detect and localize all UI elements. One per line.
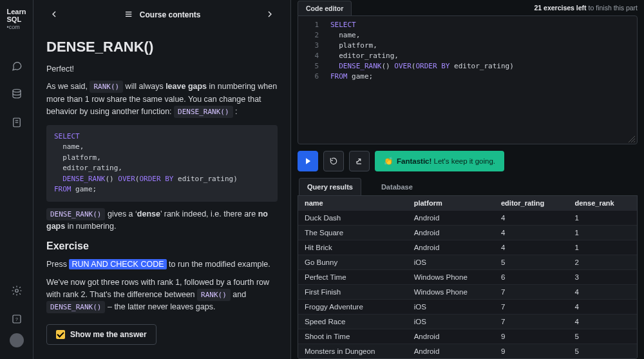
code-line[interactable]: platform,: [330, 41, 632, 51]
rank-chip-2: RANK(): [197, 289, 231, 301]
table-cell: The Square: [298, 226, 408, 240]
database-icon[interactable]: [8, 85, 26, 103]
column-header[interactable]: name: [298, 196, 408, 211]
dense-rank-chip: DENSE_RANK(): [174, 106, 232, 118]
dense-rank-chip-3: DENSE_RANK(): [46, 301, 105, 313]
run-button[interactable]: [298, 151, 318, 171]
svg-marker-13: [306, 158, 310, 164]
table-row[interactable]: First FinishWindows Phone74: [298, 285, 637, 300]
prev-lesson-button[interactable]: [45, 5, 63, 23]
code-line[interactable]: DENSE_RANK() OVER(ORDER BY editor_rating…: [330, 61, 632, 72]
line-number: 5: [298, 61, 325, 72]
table-row[interactable]: Duck DashAndroid41: [298, 211, 637, 226]
table-row[interactable]: Perfect TimeWindows Phone63: [298, 270, 637, 285]
column-header[interactable]: editor_rating: [495, 196, 568, 211]
table-row[interactable]: Speed RaceiOS74: [298, 315, 637, 329]
brand-l3: •com: [7, 23, 26, 31]
toast-bold: Fantastic!: [397, 157, 431, 165]
table-row[interactable]: Hit BrickAndroid41: [298, 240, 637, 255]
exercise-heading: Exercise: [46, 240, 278, 252]
settings-icon[interactable]: [8, 282, 26, 300]
table-cell: 7: [495, 315, 568, 329]
column-header[interactable]: platform: [408, 196, 495, 211]
table-row[interactable]: Go BunnyiOS52: [298, 255, 637, 270]
toast-rest: Let's keep it going.: [431, 157, 495, 165]
show-answer-label: Show me the answer: [70, 330, 147, 339]
table-row[interactable]: Froggy AdventureiOS74: [298, 300, 637, 315]
table-cell: Android: [408, 226, 495, 240]
clap-icon: 👏: [384, 157, 393, 166]
svg-point-4: [15, 289, 18, 293]
table-cell: 9: [495, 329, 568, 344]
reset-button[interactable]: [323, 151, 344, 171]
table-row[interactable]: Monsters in DungeonAndroid95: [298, 344, 637, 359]
notes-icon[interactable]: [8, 113, 26, 131]
line-number: 1: [298, 20, 325, 30]
table-cell: 4: [495, 240, 568, 255]
line-number: 4: [298, 51, 325, 61]
progress-label: 21 exercises left to finish this part: [534, 4, 638, 12]
lesson-title: DENSE_RANK(): [46, 39, 278, 55]
line-number: 2: [298, 30, 325, 41]
share-button[interactable]: [349, 151, 370, 171]
check-icon: [56, 330, 65, 339]
table-cell: 4: [568, 315, 637, 329]
resize-handle-icon[interactable]: [629, 135, 635, 142]
table-cell: iOS: [408, 255, 495, 270]
column-header[interactable]: dense_rank: [568, 196, 637, 211]
table-cell: 1: [568, 226, 637, 240]
code-editor[interactable]: 123456 SELECT name, platform, editor_rat…: [298, 15, 638, 144]
tab-query-results[interactable]: Query results: [299, 178, 361, 195]
table-cell: iOS: [408, 300, 495, 315]
next-lesson-button[interactable]: [261, 5, 279, 23]
table-cell: 4: [568, 300, 637, 315]
course-contents-button[interactable]: Course contents: [123, 9, 200, 19]
lesson-p1: As we said, RANK() will always leave gap…: [46, 81, 278, 118]
run-and-check-hint: RUN AND CHECK CODE: [69, 259, 166, 269]
code-line[interactable]: name,: [330, 30, 632, 41]
results-table-wrap[interactable]: nameplatformeditor_ratingdense_rank Duck…: [298, 196, 638, 359]
brand-l1: Learn: [7, 8, 26, 15]
line-number: 3: [298, 41, 325, 51]
table-cell: 3: [568, 270, 637, 285]
editor-code[interactable]: SELECT name, platform, editor_rating, DE…: [325, 16, 637, 144]
brand-l2: SQL: [7, 15, 22, 23]
table-cell: Go Bunny: [298, 255, 408, 270]
table-cell: Windows Phone: [408, 270, 495, 285]
lesson-p2: DENSE_RANK() gives a ‘dense’ rank indeed…: [46, 208, 278, 233]
editor-gutter: 123456: [298, 16, 325, 144]
code-line[interactable]: FROM game;: [330, 72, 632, 82]
avatar[interactable]: [10, 333, 24, 347]
show-answer-button[interactable]: Show me the answer: [46, 324, 156, 345]
table-row[interactable]: Shoot in TimeAndroid95: [298, 329, 637, 344]
rank-chip: RANK(): [90, 81, 123, 93]
feedback-toast: 👏 Fantastic! Let's keep it going.: [375, 151, 504, 171]
code-line[interactable]: SELECT: [330, 20, 632, 30]
table-cell: Speed Race: [298, 315, 408, 329]
table-row[interactable]: The SquareAndroid41: [298, 226, 637, 240]
svg-point-0: [13, 90, 21, 93]
table-cell: Android: [408, 240, 495, 255]
table-cell: 4: [495, 226, 568, 240]
chat-icon[interactable]: [8, 57, 26, 75]
editor-tab[interactable]: Code editor: [298, 1, 352, 15]
lesson-panel: Course contents DENSE_RANK() Perfect! As…: [33, 0, 291, 359]
table-cell: 5: [495, 255, 568, 270]
table-cell: 7: [495, 285, 568, 300]
table-cell: Perfect Time: [298, 270, 408, 285]
table-cell: First Finish: [298, 285, 408, 300]
feedback-icon[interactable]: ?: [8, 310, 26, 328]
tab-database[interactable]: Database: [373, 178, 421, 195]
table-cell: Monsters in Dungeon: [298, 344, 408, 359]
table-cell: Android: [408, 211, 495, 226]
table-cell: 1: [568, 240, 637, 255]
exercise-p2: We've now got three rows with rank 1, fo…: [46, 277, 278, 314]
lesson-code-example: SELECT name, platform, editor_rating, DE…: [46, 125, 278, 202]
brand-logo[interactable]: Learn SQL •com: [5, 6, 29, 32]
code-line[interactable]: editor_rating,: [330, 51, 632, 61]
table-cell: iOS: [408, 315, 495, 329]
table-cell: Duck Dash: [298, 211, 408, 226]
table-cell: 1: [568, 211, 637, 226]
table-cell: Android: [408, 329, 495, 344]
table-cell: Android: [408, 344, 495, 359]
